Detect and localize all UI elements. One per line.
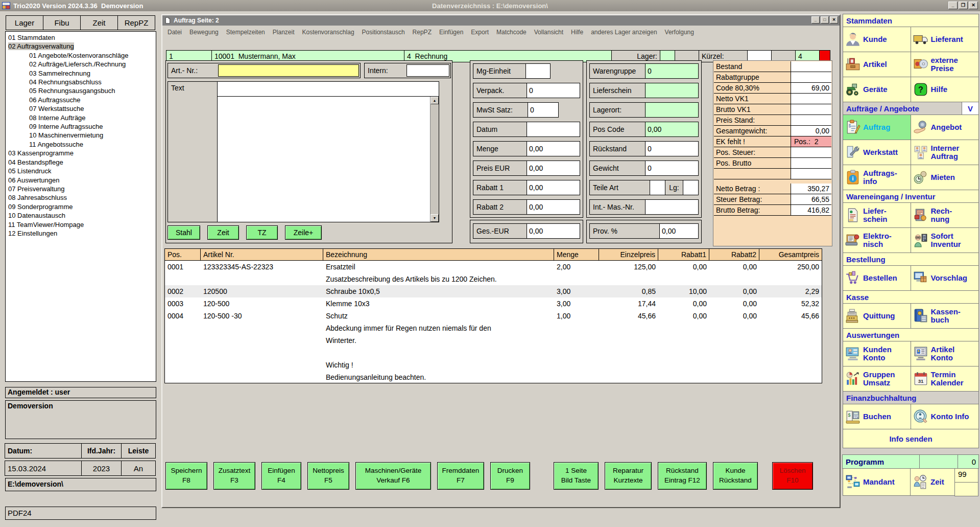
table-row-description[interactable]: Abdeckung immer für Regen nutzen niemals… xyxy=(165,322,822,334)
artikel-nr-input[interactable] xyxy=(218,64,359,77)
tree-item[interactable]: 04 Bestandspflege xyxy=(6,158,156,167)
col-header-rabatt2[interactable]: Rabatt2 xyxy=(709,249,759,260)
lg-input[interactable] xyxy=(683,180,698,195)
fremddaten-button[interactable]: FremddatenF7 xyxy=(437,462,484,490)
drucken-button[interactable]: DruckenF9 xyxy=(490,462,530,490)
field-input[interactable]: 0,00 xyxy=(645,122,698,136)
tree-item[interactable]: 09 Sonderprogramme xyxy=(6,202,156,211)
kunde-rueckstand-button[interactable]: KundeRückstand xyxy=(713,462,758,490)
maschinen-geraete-button[interactable]: Maschinen/GeräteVerkauf F6 xyxy=(355,462,431,490)
field-input[interactable]: 0 xyxy=(645,64,698,78)
sidebar-item-artikel[interactable]: Artikel xyxy=(843,52,911,77)
zeit-value-box[interactable]: 99 xyxy=(954,468,978,483)
sidebar-item-externe-preise[interactable]: externe Preise xyxy=(911,52,979,77)
scrollbar-up-icon[interactable]: ▲ xyxy=(431,97,439,104)
tree-item[interactable]: 03 Kassenprogramme xyxy=(6,149,156,157)
menu-item[interactable]: Bewegung xyxy=(189,29,219,36)
restore-icon[interactable]: ❐ xyxy=(959,2,968,9)
section-collapse-button[interactable]: V xyxy=(962,102,978,114)
tree-item[interactable]: 11 Angebotssuche xyxy=(6,140,156,149)
sidebar-item-zeit[interactable]: Zeit xyxy=(910,468,955,496)
menu-item[interactable]: Stempelzeiten xyxy=(226,29,265,36)
loeschen-button[interactable]: LöschenF10 xyxy=(772,462,813,490)
menu-item[interactable]: Einfügen xyxy=(439,29,463,36)
col-header-artikel[interactable]: Artikel Nr. xyxy=(201,249,323,260)
table-row-description[interactable]: Bedienungsanleitung beachten. xyxy=(165,371,822,383)
menu-item[interactable]: anderes Lager anzeigen xyxy=(591,29,657,36)
sidebar-item-angebot[interactable]: Angebot xyxy=(911,114,979,140)
tree-item[interactable]: 08 Jahresabschluss xyxy=(6,193,156,202)
sidebar-item-rechnung[interactable]: Rech- nung xyxy=(911,202,979,228)
tree-item[interactable]: 08 Interne Aufträge xyxy=(6,113,156,122)
sidebar-item-termin-kalender[interactable]: 31 Termin Kalender xyxy=(911,366,979,392)
teile-art-input[interactable] xyxy=(650,180,665,195)
tree-item[interactable]: 10 Datenaustausch xyxy=(6,211,156,220)
table-row-selected[interactable]: 0002 120500 Schraube 10x0,5 3,00 0,85 10… xyxy=(165,285,822,297)
tree-item[interactable]: 01 Angebote/Kostenvoranschläge xyxy=(6,51,156,60)
tree-item[interactable]: 07 Preisverwaltung xyxy=(6,185,156,193)
table-row-description[interactable]: Zusatzbeschreibung des Artikels bis zu 1… xyxy=(165,273,822,285)
tab-reppz[interactable]: RepPZ xyxy=(117,15,155,30)
menu-item[interactable]: Matchcode xyxy=(496,29,527,36)
tree-item[interactable]: 06 Auftragssuche xyxy=(6,96,156,104)
field-input[interactable] xyxy=(645,83,698,98)
scrollbar-down-icon[interactable]: ▼ xyxy=(431,214,439,222)
field-input[interactable]: 0 xyxy=(645,161,698,175)
menu-item[interactable]: Datei xyxy=(168,29,182,36)
menu-item[interactable]: Positionstausch xyxy=(362,29,405,36)
tree-item[interactable]: 03 Sammelrechnung xyxy=(6,69,156,78)
table-row[interactable]: 0004 120-500 -30 Schutz 1,00 45,66 0,00 … xyxy=(165,310,822,322)
field-input[interactable]: 0,00 xyxy=(527,142,580,156)
minimize-icon[interactable]: _ xyxy=(948,2,958,9)
col-header-menge[interactable]: Menge xyxy=(554,249,599,260)
field-input[interactable]: 0,00 xyxy=(527,200,580,214)
tree-item[interactable]: 10 Maschinenvermietung xyxy=(6,131,156,140)
sidebar-item-kunde[interactable]: Kunde xyxy=(843,27,911,52)
menu-item[interactable]: Kostenvoranschlag xyxy=(302,29,354,36)
zeit-empty-box[interactable] xyxy=(954,482,978,496)
sidebar-item-elektronisch[interactable]: Elektro- nisch xyxy=(843,227,911,253)
col-header-bezeichnung[interactable]: Bezeichnung xyxy=(323,249,554,260)
sidebar-item-konto-info[interactable]: Konto Info xyxy=(911,404,979,429)
sidebar-item-mieten[interactable]: Mieten xyxy=(911,165,979,190)
field-input[interactable]: 0,00 xyxy=(527,224,580,238)
tree-item[interactable]: 02 Aufträge/Liefersch./Rechnung xyxy=(6,60,156,68)
sidebar-item-sofort-inventur[interactable]: Sofort Inventur xyxy=(911,227,979,253)
nettopreis-button[interactable]: NettopreisF5 xyxy=(307,462,349,490)
doc-minimize-icon[interactable]: _ xyxy=(811,16,820,24)
menu-item[interactable]: Hilfe xyxy=(571,29,583,36)
sidebar-item-artikel-konto[interactable]: Artikel Konto xyxy=(911,341,979,366)
menu-item[interactable]: Export xyxy=(471,29,489,36)
col-header-rabatt1[interactable]: Rabatt1 xyxy=(658,249,709,260)
leiste-state[interactable]: An xyxy=(121,461,156,476)
tz-button[interactable]: TZ xyxy=(246,225,278,240)
sidebar-item-mandant[interactable]: Mandant xyxy=(843,468,911,496)
tree-item[interactable]: 12 Einstellungen xyxy=(6,229,156,238)
tree-item[interactable]: 06 Auswertungen xyxy=(6,176,156,185)
table-row-description[interactable] xyxy=(165,347,822,359)
zeile-plus-button[interactable]: Zeile+ xyxy=(285,225,322,240)
sidebar-item-buchen[interactable]: $ Buchen xyxy=(843,404,911,429)
sidebar-item-lieferant[interactable]: Lieferant xyxy=(911,27,979,52)
speichern-button[interactable]: SpeichernF8 xyxy=(165,462,207,490)
menu-item[interactable]: Planzeit xyxy=(273,29,295,36)
sidebar-item-auftrags-info[interactable]: i Auftrags- info xyxy=(843,165,911,190)
tree-item[interactable]: 05 Listendruck xyxy=(6,167,156,175)
doc-maximize-icon[interactable]: □ xyxy=(821,16,829,24)
field-input[interactable]: 0,00 xyxy=(659,224,698,238)
tree-item[interactable]: 07 Werkstattsuche xyxy=(6,104,156,113)
field-input[interactable]: 0,00 xyxy=(527,180,580,195)
field-input[interactable]: 0,00 xyxy=(527,161,580,175)
sidebar-item-bestellen[interactable]: Bestellen xyxy=(843,265,911,291)
tree-item[interactable]: 09 Interne Auftragssuche xyxy=(6,122,156,131)
sidebar-item-gruppen-umsatz[interactable]: Gruppen Umsatz xyxy=(843,366,911,392)
info-senden-button[interactable]: Info senden xyxy=(843,429,979,448)
field-input[interactable]: 0 xyxy=(528,103,558,117)
tree-item[interactable]: 05 Rechnungsausgangsbuch xyxy=(6,86,156,95)
field-input[interactable]: 0 xyxy=(645,142,698,156)
intern-input[interactable] xyxy=(407,64,449,77)
tab-zeit[interactable]: Zeit xyxy=(80,15,118,30)
sidebar-item-geraete[interactable]: Geräte xyxy=(843,77,911,102)
programm-input[interactable] xyxy=(919,454,958,469)
sidebar-item-quittung[interactable]: Quittung xyxy=(843,303,911,329)
